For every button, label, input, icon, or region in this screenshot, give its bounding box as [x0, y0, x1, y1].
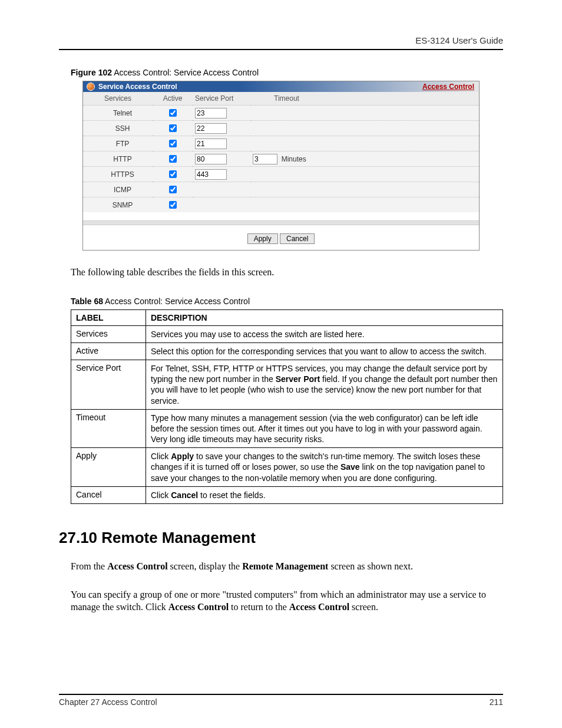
- access-control-breadcrumb-link[interactable]: Access Control: [422, 83, 474, 91]
- doc-desc: Type how many minutes a management sessi…: [146, 409, 503, 448]
- service-table-header-row: Services Active Service Port Timeout: [83, 92, 479, 106]
- para-text: to return to the: [229, 602, 289, 612]
- active-checkbox-ftp[interactable]: [169, 140, 177, 147]
- header-guide-title: ES-3124 User's Guide: [59, 35, 503, 45]
- table-caption-number: Table 68: [71, 297, 103, 306]
- button-row: Apply Cancel: [83, 212, 479, 250]
- footer-page-number: 211: [490, 697, 503, 707]
- service-name: SNMP: [83, 197, 153, 213]
- table-row: Service Port For Telnet, SSH, FTP, HTTP …: [71, 360, 503, 409]
- table-caption: Table 68 Access Control: Service Access …: [71, 297, 503, 306]
- table-row: FTP: [83, 136, 479, 151]
- panel-title: Service Access Control: [98, 83, 177, 91]
- para-bold: Remote Management: [242, 561, 328, 571]
- table-row: SNMP: [83, 197, 479, 213]
- table-row: Apply Click Apply to save your changes t…: [71, 448, 503, 487]
- desc-text: to reset the fields.: [198, 490, 265, 500]
- panel-titlebar: Service Access Control Access Control: [83, 81, 479, 92]
- service-name: Telnet: [83, 106, 153, 121]
- figure-caption-number: Figure 102: [71, 68, 112, 77]
- description-table: LABEL DESCRIPTION Services Services you …: [71, 309, 503, 504]
- table-row: SSH: [83, 121, 479, 136]
- figure-caption: Figure 102 Access Control: Service Acces…: [71, 68, 503, 77]
- service-access-control-screenshot: Service Access Control Access Control Se…: [82, 81, 480, 251]
- para-bold: Access Control: [107, 561, 167, 571]
- doc-label: Active: [71, 342, 146, 360]
- doc-col-description: DESCRIPTION: [146, 309, 503, 325]
- active-checkbox-ssh[interactable]: [169, 124, 177, 132]
- table-caption-text: Access Control: Service Access Control: [103, 297, 250, 306]
- port-input-telnet[interactable]: [195, 108, 227, 118]
- doc-desc: Services you may use to access the switc…: [146, 325, 503, 342]
- footer-chapter: Chapter 27 Access Control: [59, 697, 157, 707]
- para-bold: Access Control: [289, 602, 349, 612]
- col-services: Services: [83, 92, 153, 106]
- active-checkbox-icmp[interactable]: [169, 186, 177, 193]
- section-paragraph-1: From the Access Control screen, display …: [71, 560, 491, 573]
- active-checkbox-snmp[interactable]: [169, 201, 177, 209]
- desc-text: Click: [151, 490, 171, 500]
- doc-desc: Click Cancel to reset the fields.: [146, 486, 503, 503]
- para-text: screen, display the: [168, 561, 243, 571]
- service-name: HTTP: [83, 151, 153, 167]
- doc-label: Cancel: [71, 486, 146, 503]
- doc-label: Apply: [71, 448, 146, 487]
- port-input-http[interactable]: [195, 154, 227, 164]
- timeout-unit: Minutes: [282, 155, 306, 163]
- doc-desc: Select this option for the corresponding…: [146, 342, 503, 360]
- figure-caption-text: Access Control: Service Access Control: [112, 68, 259, 77]
- desc-bold: Apply: [171, 452, 194, 461]
- table-row: Timeout Type how many minutes a manageme…: [71, 409, 503, 448]
- col-active: Active: [153, 92, 193, 106]
- service-name: SSH: [83, 121, 153, 136]
- table-row: Services Services you may use to access …: [71, 325, 503, 342]
- table-row: Cancel Click Cancel to reset the fields.: [71, 486, 503, 503]
- doc-label: Services: [71, 325, 146, 342]
- document-page: ES-3124 User's Guide Figure 102 Access C…: [0, 0, 562, 728]
- service-name: FTP: [83, 136, 153, 151]
- panel-dot-icon: [87, 83, 95, 91]
- para-text: From the: [71, 561, 107, 571]
- col-timeout: Timeout: [250, 92, 479, 106]
- cancel-button[interactable]: Cancel: [280, 233, 315, 244]
- apply-button[interactable]: Apply: [247, 233, 278, 244]
- table-row: Telnet: [83, 106, 479, 121]
- port-input-ssh[interactable]: [195, 123, 227, 134]
- doc-desc: For Telnet, SSH, FTP, HTTP or HTTPS serv…: [146, 360, 503, 409]
- panel-divider: [83, 220, 479, 225]
- port-input-https[interactable]: [195, 169, 227, 180]
- table-row: HTTPS: [83, 167, 479, 182]
- table-row: HTTP Minutes: [83, 151, 479, 167]
- para-bold: Access Control: [168, 602, 229, 612]
- footer-divider: [59, 694, 503, 695]
- active-checkbox-http[interactable]: [169, 155, 177, 163]
- table-row: ICMP: [83, 182, 479, 197]
- doc-desc: Click Apply to save your changes to the …: [146, 448, 503, 487]
- page-footer: Chapter 27 Access Control 211: [59, 694, 503, 707]
- header-divider: [59, 49, 503, 50]
- service-table: Services Active Service Port Timeout Tel…: [83, 92, 479, 212]
- desc-bold: Save: [340, 462, 360, 472]
- doc-col-label: LABEL: [71, 309, 146, 325]
- table-row: Active Select this option for the corres…: [71, 342, 503, 360]
- desc-bold: Cancel: [171, 490, 198, 500]
- intro-paragraph: The following table describes the fields…: [71, 266, 491, 279]
- doc-label: Timeout: [71, 409, 146, 448]
- active-checkbox-https[interactable]: [169, 170, 177, 178]
- section-paragraph-2: You can specify a group of one or more "…: [71, 588, 491, 614]
- desc-bold: Server Port: [276, 374, 320, 384]
- col-service-port: Service Port: [193, 92, 250, 106]
- para-text: screen as shown next.: [328, 561, 413, 571]
- description-table-header: LABEL DESCRIPTION: [71, 309, 503, 325]
- timeout-input-http[interactable]: [253, 154, 277, 164]
- active-checkbox-telnet[interactable]: [169, 109, 177, 117]
- service-name: ICMP: [83, 182, 153, 197]
- port-input-ftp[interactable]: [195, 139, 227, 149]
- service-name: HTTPS: [83, 167, 153, 182]
- desc-text: Click: [151, 452, 171, 461]
- doc-label: Service Port: [71, 360, 146, 409]
- para-text: screen.: [349, 602, 378, 612]
- section-heading-remote-management: 27.10 Remote Management: [59, 529, 503, 547]
